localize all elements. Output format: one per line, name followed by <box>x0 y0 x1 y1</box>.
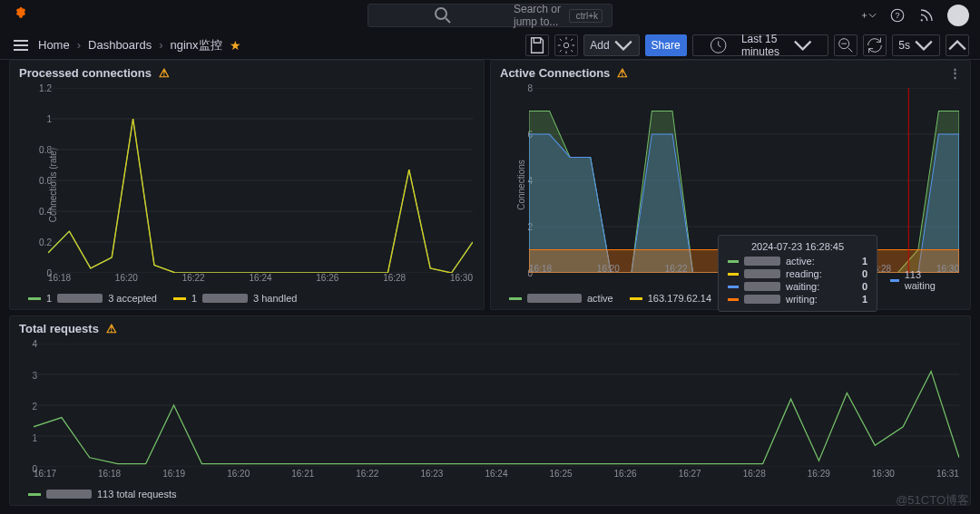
global-search[interactable]: Search or jump to... ctrl+k <box>368 4 612 27</box>
zoom-out-icon <box>835 35 857 55</box>
user-avatar[interactable] <box>947 5 969 26</box>
breadcrumb: Home › Dashboards › nginx监控 ★ <box>38 37 241 53</box>
add-button[interactable]: Add <box>583 34 639 56</box>
chevron-down-icon <box>783 35 822 55</box>
panel-processed-connections[interactable]: Processed connections ⚠ Connections (rat… <box>9 60 485 310</box>
svg-point-7 <box>921 19 923 21</box>
save-icon <box>526 35 548 55</box>
chevron-down-icon <box>868 7 877 24</box>
warning-icon[interactable]: ⚠ <box>159 66 170 80</box>
panel-legend: 13 accepted 13 handled <box>28 293 297 304</box>
top-bar: Search or jump to... ctrl+k ? <box>0 0 980 31</box>
zoom-out-button[interactable] <box>834 34 858 56</box>
help-icon[interactable]: ? <box>889 7 906 24</box>
panel-title: Processed connections <box>19 66 152 80</box>
search-shortcut: ctrl+k <box>569 9 603 23</box>
legend-item[interactable]: 13 handled <box>173 293 297 304</box>
save-dashboard-button[interactable] <box>525 34 549 56</box>
legend-item[interactable]: 113 waiting <box>890 269 939 291</box>
breadcrumb-home[interactable]: Home <box>38 38 70 52</box>
chart-canvas[interactable] <box>48 88 473 273</box>
svg-line-1 <box>446 18 450 23</box>
chevron-up-icon <box>946 35 968 55</box>
gear-icon <box>555 35 577 55</box>
clock-icon <box>699 35 738 55</box>
panel-active-connections[interactable]: Active Connections ⚠ ⋮ Connections 02468… <box>490 60 971 310</box>
add-menu[interactable] <box>860 7 877 24</box>
legend-item[interactable]: 13 accepted <box>28 293 157 304</box>
search-icon <box>377 5 508 26</box>
svg-point-0 <box>436 8 446 19</box>
legend-item[interactable]: 163.179.62.14 <box>630 293 711 304</box>
watermark: @51CTO博客 <box>896 492 969 509</box>
panel-title: Active Connections <box>500 66 610 80</box>
breadcrumb-current[interactable]: nginx监控 <box>170 37 221 53</box>
share-button[interactable]: Share <box>645 34 687 56</box>
menu-toggle[interactable] <box>11 35 31 55</box>
refresh-interval-picker[interactable]: 5s <box>892 34 940 56</box>
panel-menu-icon[interactable]: ⋮ <box>949 66 961 80</box>
chart-tooltip: 2024-07-23 16:28:45 active:1reading:0wai… <box>718 235 877 312</box>
svg-point-8 <box>564 43 569 48</box>
svg-line-12 <box>848 47 853 52</box>
nav-bar: Home › Dashboards › nginx监控 ★ Add Share … <box>0 31 980 60</box>
refresh-button[interactable] <box>863 34 887 56</box>
grafana-logo[interactable] <box>11 5 31 25</box>
tooltip-timestamp: 2024-07-23 16:28:45 <box>728 241 867 252</box>
panel-legend: 113 total requests <box>28 489 176 499</box>
refresh-icon <box>864 35 886 55</box>
panel-total-requests[interactable]: Total requests ⚠ 01234 16:1716:1816:1916… <box>9 315 971 506</box>
warning-icon[interactable]: ⚠ <box>617 66 628 80</box>
chart-canvas[interactable] <box>34 344 959 467</box>
breadcrumb-dashboards[interactable]: Dashboards <box>88 38 152 52</box>
collapse-button[interactable] <box>946 34 969 56</box>
time-range-picker[interactable]: Last 15 minutes <box>692 34 829 56</box>
panel-title: Total requests <box>19 322 99 335</box>
warning-icon[interactable]: ⚠ <box>106 322 117 335</box>
settings-button[interactable] <box>554 34 578 56</box>
legend-item[interactable]: active <box>509 293 613 304</box>
svg-text:?: ? <box>895 11 899 20</box>
chevron-down-icon <box>613 35 633 55</box>
legend-item[interactable]: 113 total requests <box>28 489 176 499</box>
favorite-star-icon[interactable]: ★ <box>230 38 241 53</box>
news-icon[interactable] <box>918 7 935 24</box>
chevron-down-icon <box>914 35 934 55</box>
search-placeholder: Search or jump to... <box>514 3 569 28</box>
